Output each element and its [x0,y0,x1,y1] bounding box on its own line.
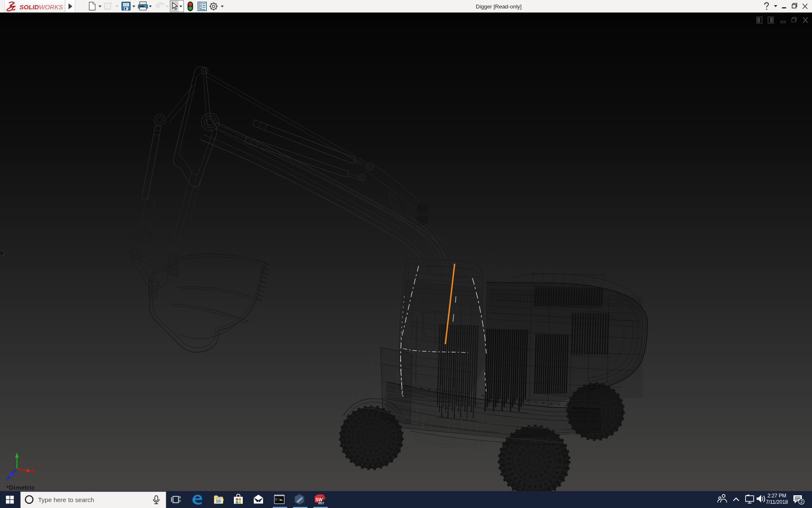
svg-text:2017: 2017 [318,502,324,505]
svg-text:C:\: C:\ [275,497,282,501]
svg-text:WORKS: WORKS [39,3,63,11]
svg-text:2: 2 [800,499,803,504]
svg-text:Type here to search: Type here to search [38,496,94,503]
svg-text:SOLID: SOLID [19,3,39,11]
